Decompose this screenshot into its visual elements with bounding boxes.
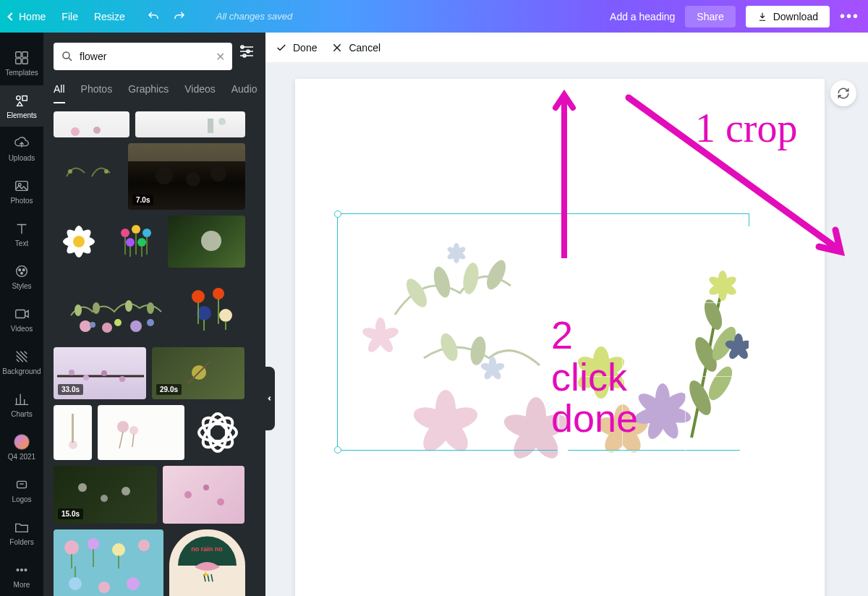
svg-point-26 — [104, 169, 109, 174]
result-thumb[interactable]: 33.0s — [54, 347, 146, 399]
search-box[interactable]: ✕ — [54, 43, 232, 70]
result-thumb[interactable] — [54, 273, 171, 341]
rail-elements[interactable]: Elements — [0, 85, 43, 127]
rail-photos[interactable]: Photos — [0, 171, 43, 212]
result-thumb[interactable] — [177, 273, 245, 341]
add-heading-button[interactable]: Add a heading — [610, 11, 675, 22]
tab-audio[interactable]: Audio — [231, 80, 258, 103]
rail-q4[interactable]: Q4 2021 — [0, 427, 43, 468]
svg-point-37 — [132, 225, 140, 234]
clear-search-icon[interactable]: ✕ — [216, 50, 225, 64]
result-thumb[interactable]: 29.0s — [152, 347, 244, 399]
share-button[interactable]: Share — [685, 6, 735, 27]
download-button[interactable]: Download — [746, 6, 830, 27]
tab-graphics[interactable]: Graphics — [128, 80, 169, 103]
result-thumb[interactable]: no rain no — [169, 529, 245, 596]
cancel-button[interactable]: Cancel — [331, 42, 380, 54]
svg-point-79 — [69, 577, 82, 590]
background-icon — [14, 349, 30, 365]
search-input[interactable] — [74, 51, 216, 62]
results-grid[interactable]: 7.0s 33.0s 29.0s 15.0s — [43, 104, 265, 596]
resize-handle[interactable] — [334, 446, 341, 454]
tab-videos[interactable]: Videos — [184, 80, 216, 103]
svg-point-74 — [217, 498, 224, 506]
svg-rect-12 — [16, 310, 25, 318]
result-thumb[interactable] — [54, 405, 92, 460]
rail-folders[interactable]: Folders — [0, 512, 43, 553]
svg-point-27 — [156, 167, 173, 184]
svg-rect-62 — [72, 414, 74, 443]
more-icon[interactable]: ••• — [840, 8, 859, 25]
svg-point-48 — [90, 322, 95, 328]
rail-uploads[interactable]: Uploads — [0, 128, 43, 169]
text-icon — [14, 221, 30, 237]
result-thumb[interactable] — [110, 216, 162, 268]
result-thumb[interactable] — [54, 529, 163, 596]
result-thumb[interactable] — [135, 111, 245, 137]
canvas-area[interactable]: Done Cancel — [265, 33, 868, 596]
svg-point-53 — [213, 288, 224, 299]
result-thumb[interactable] — [54, 216, 104, 268]
result-thumb[interactable] — [98, 405, 184, 460]
svg-point-38 — [142, 229, 151, 237]
svg-point-21 — [71, 127, 80, 136]
result-thumb[interactable] — [190, 405, 245, 460]
svg-point-24 — [218, 118, 226, 125]
rail-charts[interactable]: Charts — [0, 384, 43, 425]
result-thumb[interactable] — [168, 216, 245, 268]
rail-videos[interactable]: Videos — [0, 299, 43, 340]
svg-point-69 — [78, 483, 87, 492]
svg-point-77 — [112, 543, 125, 556]
svg-point-50 — [130, 320, 142, 332]
svg-point-45 — [147, 302, 154, 314]
result-thumb[interactable] — [54, 111, 129, 137]
svg-point-42 — [75, 305, 82, 316]
svg-point-16 — [25, 569, 27, 571]
save-status: All changes saved — [216, 11, 293, 22]
undo-icon[interactable] — [147, 10, 160, 23]
svg-point-81 — [127, 577, 140, 590]
filter-icon[interactable] — [238, 43, 255, 60]
svg-rect-3 — [22, 59, 27, 64]
home-button[interactable]: Home — [9, 11, 46, 22]
panel-collapse-handle[interactable] — [265, 367, 275, 430]
tab-all[interactable]: All — [54, 80, 65, 103]
svg-point-9 — [19, 269, 21, 271]
svg-point-4 — [17, 96, 21, 101]
result-thumb[interactable]: 15.0s — [54, 466, 157, 524]
svg-point-22 — [93, 127, 101, 134]
rail-text[interactable]: Text — [0, 213, 43, 255]
svg-point-44 — [125, 300, 132, 312]
redo-icon[interactable] — [173, 10, 186, 23]
svg-point-51 — [147, 319, 154, 326]
svg-rect-30 — [128, 143, 245, 161]
svg-rect-5 — [22, 96, 27, 101]
resize-menu[interactable]: Resize — [94, 11, 125, 22]
svg-rect-23 — [208, 119, 213, 133]
crop-handle[interactable] — [740, 442, 750, 452]
rail-more[interactable]: More — [0, 555, 43, 596]
svg-point-10 — [22, 269, 25, 271]
result-thumb[interactable]: 7.0s — [128, 143, 245, 210]
result-thumb[interactable] — [54, 143, 122, 210]
svg-point-72 — [184, 491, 192, 498]
logos-icon — [14, 477, 30, 493]
resize-handle[interactable] — [334, 210, 341, 218]
search-icon — [61, 50, 74, 63]
svg-point-39 — [126, 238, 135, 247]
done-button[interactable]: Done — [276, 42, 317, 54]
download-icon — [757, 12, 767, 22]
file-menu[interactable]: File — [61, 11, 78, 22]
duration-badge: 33.0s — [58, 384, 83, 395]
result-thumb[interactable] — [163, 466, 244, 524]
tab-photos[interactable]: Photos — [81, 80, 113, 103]
svg-point-52 — [192, 290, 205, 303]
rail-background[interactable]: Background — [0, 341, 43, 383]
rail-templates[interactable]: Templates — [0, 43, 43, 84]
elements-icon — [14, 93, 30, 108]
svg-point-36 — [121, 229, 129, 237]
crop-handle[interactable] — [558, 442, 568, 452]
rail-logos[interactable]: Logos — [0, 469, 43, 511]
svg-point-70 — [101, 495, 108, 502]
rail-styles[interactable]: Styles — [0, 256, 43, 297]
